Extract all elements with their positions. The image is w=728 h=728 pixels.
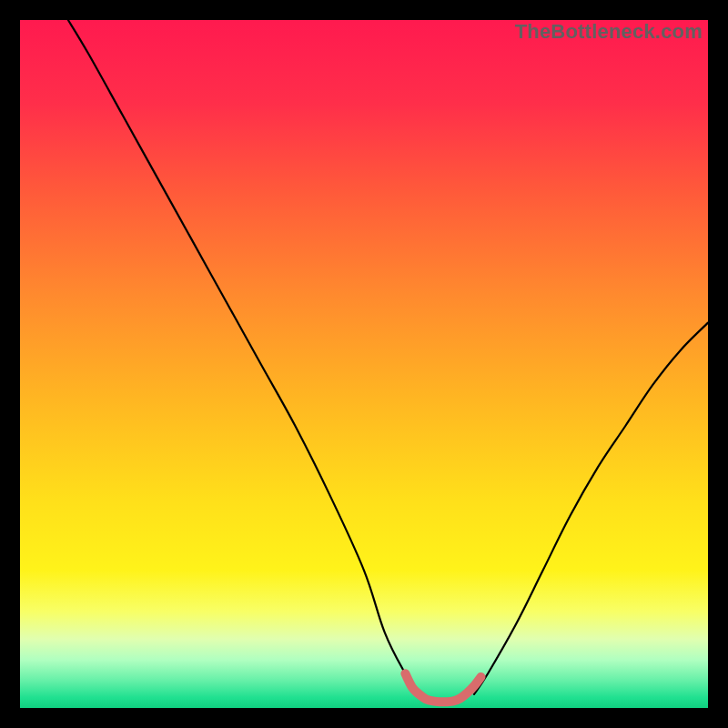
curve-layer — [20, 20, 708, 708]
trough-highlight-curve — [405, 673, 480, 702]
curve-left-branch — [68, 20, 420, 694]
plot-area: TheBottleneck.com — [20, 20, 708, 708]
chart-frame: { "watermark": "TheBottleneck.com", "col… — [0, 0, 728, 728]
curve-right-branch — [474, 323, 708, 694]
